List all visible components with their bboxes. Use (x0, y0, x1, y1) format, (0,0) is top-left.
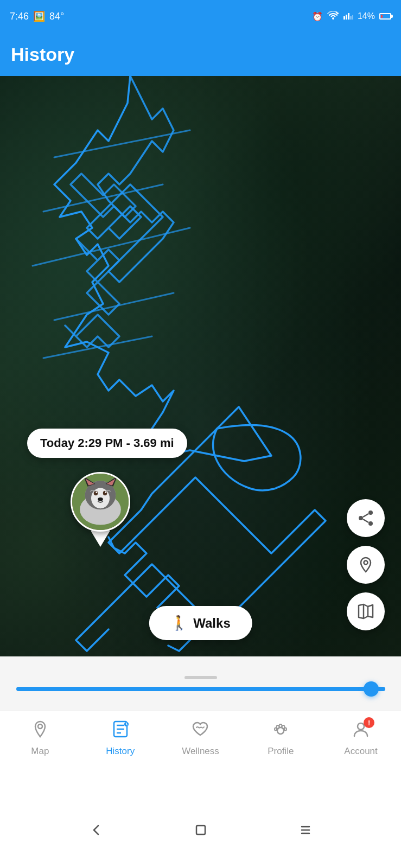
svg-point-15 (98, 497, 103, 501)
walks-label: Walks (193, 616, 230, 631)
map-container[interactable]: Today 2:29 PM - 3.69 mi (0, 76, 401, 656)
bottom-navigation: Map History Wellness (0, 711, 401, 792)
timeline-area (0, 656, 401, 711)
time-display: 7:46 (10, 11, 29, 22)
status-bar: 7:46 🖼️ 84° ⏰ 14% (0, 0, 401, 33)
back-button[interactable] (82, 816, 110, 844)
svg-rect-4 (350, 16, 352, 20)
nav-item-account[interactable]: ! Account (334, 720, 388, 757)
nav-item-history[interactable]: History (93, 720, 148, 757)
history-nav-label: History (106, 746, 135, 757)
signal-icon (343, 11, 353, 22)
gallery-icon: 🖼️ (33, 10, 45, 22)
dog-location-pin[interactable] (71, 472, 130, 547)
history-nav-icon (111, 720, 130, 743)
gps-track (0, 76, 401, 656)
svg-point-25 (364, 561, 368, 565)
wellness-nav-label: Wellness (182, 746, 219, 757)
wellness-nav-icon (191, 720, 209, 743)
action-buttons-group (347, 499, 385, 630)
map-nav-label: Map (31, 746, 49, 757)
recents-button[interactable] (292, 816, 319, 844)
map-nav-icon (31, 720, 49, 743)
svg-line-23 (363, 514, 368, 517)
location-button[interactable] (347, 546, 385, 584)
svg-point-29 (38, 724, 42, 729)
account-nav-icon: ! (352, 720, 370, 743)
nav-item-wellness[interactable]: Wellness (173, 720, 227, 757)
profile-nav-icon (271, 720, 290, 743)
svg-rect-3 (348, 13, 349, 20)
timeline-slider-track[interactable] (16, 687, 385, 691)
svg-point-42 (284, 728, 287, 731)
status-left: 7:46 🖼️ 84° (10, 10, 64, 22)
battery-percent: 14% (358, 11, 375, 21)
alarm-icon: ⏰ (312, 11, 323, 22)
svg-point-11 (94, 491, 98, 496)
svg-point-22 (368, 521, 373, 526)
svg-point-43 (358, 723, 364, 730)
svg-rect-1 (343, 16, 345, 20)
timeline-slider-thumb[interactable] (364, 681, 379, 697)
svg-point-13 (96, 492, 97, 493)
svg-rect-5 (352, 15, 353, 20)
profile-nav-label: Profile (268, 746, 294, 757)
walk-info-text: Today 2:29 PM - 3.69 mi (40, 436, 174, 450)
battery-icon (379, 13, 391, 20)
page-title: History (11, 44, 74, 65)
svg-marker-26 (359, 604, 373, 618)
home-button[interactable] (187, 816, 214, 844)
svg-point-41 (275, 728, 277, 731)
svg-line-24 (363, 519, 368, 522)
account-nav-label: Account (344, 746, 377, 757)
walks-button[interactable]: 🚶 Walks (149, 606, 252, 640)
drag-handle[interactable] (184, 676, 217, 679)
svg-point-20 (368, 510, 373, 515)
svg-point-12 (103, 491, 107, 496)
nav-item-profile[interactable]: Profile (253, 720, 308, 757)
svg-rect-44 (196, 826, 205, 834)
walks-icon: 🚶 (170, 615, 188, 631)
nav-item-map[interactable]: Map (13, 720, 67, 757)
status-right: ⏰ 14% (312, 11, 391, 22)
map-background: Today 2:29 PM - 3.69 mi (0, 76, 401, 656)
svg-rect-2 (346, 15, 347, 20)
wifi-icon (327, 11, 339, 22)
dog-avatar (71, 472, 130, 532)
android-nav-bar (0, 792, 401, 868)
header: History (0, 33, 401, 76)
account-notification-badge: ! (364, 717, 374, 728)
temperature-display: 84° (49, 11, 64, 22)
share-button[interactable] (347, 499, 385, 537)
walk-info-bubble[interactable]: Today 2:29 PM - 3.69 mi (27, 429, 187, 458)
map-view-button[interactable] (347, 592, 385, 630)
svg-point-21 (359, 516, 363, 520)
pin-pointer (91, 531, 110, 547)
